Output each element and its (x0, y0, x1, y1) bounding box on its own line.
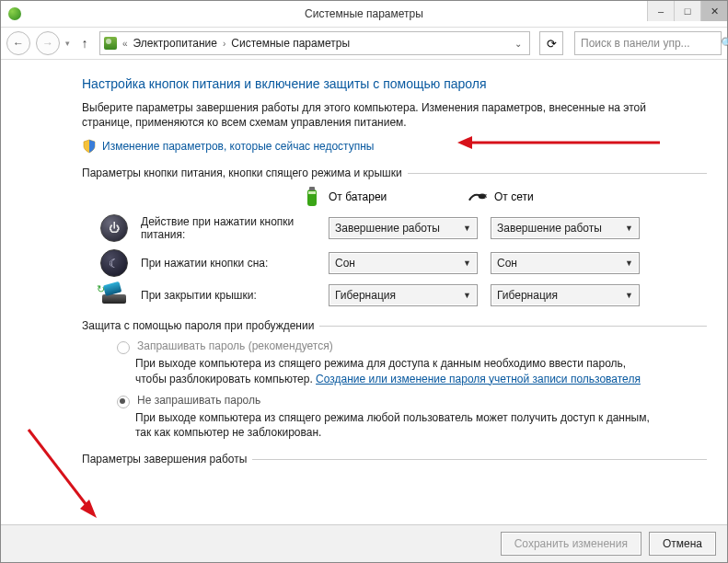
save-button[interactable]: Сохранить изменения (501, 532, 641, 556)
location-icon (104, 37, 117, 50)
svg-rect-4 (308, 191, 316, 194)
svg-rect-6 (485, 195, 487, 196)
admin-row: Изменение параметров, которые сейчас нед… (82, 139, 707, 154)
row-label: При закрытии крышки: (141, 289, 316, 302)
create-password-link[interactable]: Создание или изменение пароля учетной за… (316, 373, 641, 385)
breadcrumb-sep: « (122, 39, 128, 49)
sleep-on-mains-select[interactable]: Сон▼ (491, 252, 640, 274)
arrow-annotation-icon (457, 132, 660, 154)
svg-marker-1 (457, 136, 472, 149)
address-dropdown[interactable]: ⌄ (511, 39, 526, 49)
search-icon: 🔍 (721, 37, 728, 50)
breadcrumb-item[interactable]: Системные параметры (231, 37, 350, 50)
radio-require-password: Запрашивать пароль (рекомендуется) (117, 339, 707, 354)
chevron-down-icon: ▼ (625, 259, 633, 268)
power-on-mains-select[interactable]: Завершение работы▼ (491, 217, 640, 239)
admin-link[interactable]: Изменение параметров, которые сейчас нед… (102, 140, 375, 153)
svg-rect-3 (309, 187, 315, 190)
row-label: Действие при нажатии кнопки питания: (141, 215, 316, 242)
col-mains: От сети (468, 187, 607, 207)
sleep-on-battery-select[interactable]: Сон▼ (329, 252, 478, 274)
breadcrumb-item[interactable]: Электропитание (133, 37, 217, 50)
col-battery: От батареи (303, 187, 441, 207)
power-on-battery-select[interactable]: Завершение работы▼ (329, 217, 478, 239)
window: Системные параметры – □ ✕ ← → ▾ ↑ « Элек… (0, 0, 728, 563)
option-title: Не запрашивать пароль (137, 394, 260, 407)
power-icon: ⏻ (100, 214, 128, 242)
maximize-button[interactable]: □ (674, 1, 700, 21)
plug-icon (468, 187, 487, 207)
option-desc: При выходе компьютера из спящего режима … (135, 356, 651, 385)
row-label: При нажатии кнопки сна: (141, 257, 316, 270)
svg-marker-9 (80, 500, 97, 518)
chevron-down-icon: ▼ (625, 224, 633, 233)
section-label-password: Защита с помощью пароля при пробуждении (82, 319, 707, 332)
option-title: Запрашивать пароль (рекомендуется) (137, 339, 333, 352)
back-button[interactable]: ← (6, 31, 30, 55)
up-button[interactable]: ↑ (75, 34, 94, 52)
row-sleep-button: ☾ При нажатии кнопки сна: Сон▼ Сон▼ (100, 249, 707, 277)
radio-no-password: Не запрашивать пароль (117, 394, 707, 408)
lid-icon: ↻ (100, 285, 128, 305)
refresh-button[interactable]: ⟳ (539, 31, 563, 55)
window-controls: – □ ✕ (647, 1, 727, 21)
titlebar: Системные параметры – □ ✕ (1, 1, 727, 28)
nav-history-dropdown[interactable]: ▾ (65, 39, 70, 48)
search-box[interactable]: 🔍 (574, 31, 722, 55)
arrow-annotation-icon (1, 424, 102, 524)
intro-text: Выберите параметры завершения работы для… (82, 100, 688, 130)
col-mains-label: От сети (494, 190, 534, 203)
page-title: Настройка кнопок питания и включение защ… (82, 76, 707, 91)
moon-icon: ☾ (100, 249, 128, 277)
radio-button (117, 341, 130, 354)
search-input[interactable] (579, 36, 721, 51)
content-body: Настройка кнопок питания и включение защ… (1, 60, 727, 524)
address-bar[interactable]: « Электропитание › Системные параметры ⌄ (99, 31, 530, 55)
password-options: Запрашивать пароль (рекомендуется) При в… (117, 339, 707, 440)
footer: Сохранить изменения Отмена (1, 524, 727, 562)
minimize-button[interactable]: – (647, 1, 674, 21)
chevron-down-icon: ▼ (463, 224, 471, 233)
row-power-button: ⏻ Действие при нажатии кнопки питания: З… (100, 214, 707, 242)
window-title: Системные параметры (1, 7, 727, 20)
battery-icon (303, 187, 321, 207)
svg-line-8 (29, 430, 89, 509)
breadcrumb-sep: › (223, 39, 225, 49)
lid-on-battery-select[interactable]: Гибернация▼ (329, 284, 478, 306)
cancel-button[interactable]: Отмена (649, 532, 716, 556)
option-desc: При выходе компьютера из спящего режима … (135, 410, 651, 440)
lid-on-mains-select[interactable]: Гибернация▼ (491, 284, 640, 306)
section-label-shutdown: Параметры завершения работы (82, 453, 707, 465)
section-label-buttons-and-lid: Параметры кнопки питания, кнопки спящего… (82, 167, 707, 179)
column-headers: От батареи От сети (303, 187, 707, 207)
toolbar: ← → ▾ ↑ « Электропитание › Системные пар… (1, 28, 727, 60)
chevron-down-icon: ▼ (625, 291, 633, 300)
shield-icon (82, 139, 97, 154)
row-lid-close: ↻ При закрытии крышки: Гибернация▼ Гибер… (100, 284, 707, 306)
radio-button (117, 396, 130, 408)
chevron-down-icon: ▼ (463, 259, 471, 268)
forward-button[interactable]: → (36, 31, 60, 55)
svg-rect-7 (485, 197, 487, 198)
col-battery-label: От батареи (329, 190, 387, 203)
chevron-down-icon: ▼ (463, 291, 471, 300)
close-button[interactable]: ✕ (700, 1, 727, 21)
